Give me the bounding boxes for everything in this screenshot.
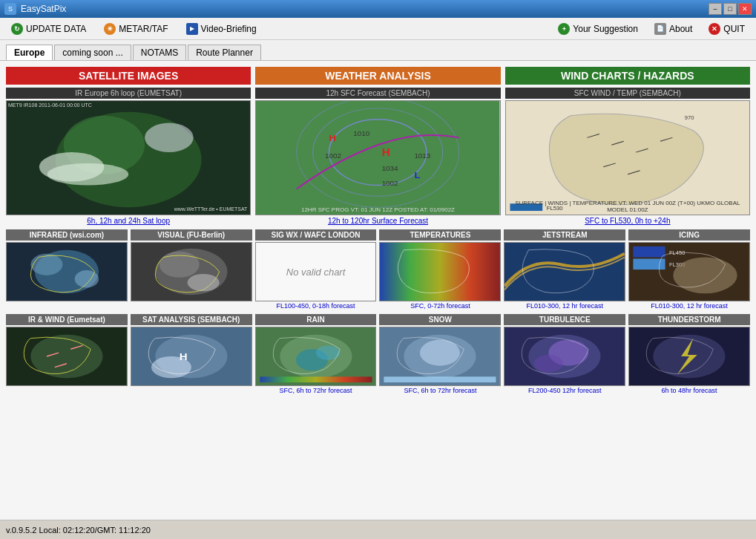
wind-caption[interactable]: SFC to FL530, 0h to +24h xyxy=(505,217,750,225)
top-row: SATELLITE IMAGES IR Europe 6h loop (EUME… xyxy=(6,67,750,225)
tab-europe[interactable]: Europe xyxy=(6,45,53,60)
satellite-detail: MET9 IR108 2011-06-01 00:00 UTC xyxy=(8,102,92,108)
temperatures-map[interactable] xyxy=(379,242,501,301)
metar-taf-button[interactable]: ☀ METAR/TAF xyxy=(99,21,173,37)
tab-coming-soon[interactable]: coming soon ... xyxy=(54,45,131,60)
titlebar-controls: – □ ✕ xyxy=(709,3,752,15)
wind-map-label: SFC WIND / TEMP (SEMBACH) xyxy=(505,88,750,99)
quit-icon: ✕ xyxy=(709,23,720,35)
no-valid-text: No valid chart xyxy=(286,267,345,278)
close-button[interactable]: ✕ xyxy=(738,3,752,15)
suggestion-label: Your Suggestion xyxy=(573,24,638,34)
about-icon: 📄 xyxy=(654,23,666,35)
wind-map[interactable]: 970 FL530 SURFACE | WINDS | TEMPERATURE … xyxy=(505,100,750,215)
visual-section: VISUAL (FU-Berlin) xyxy=(131,229,252,310)
title-bar: S EasySatPix – □ ✕ xyxy=(0,0,756,18)
menu-right: + Your Suggestion 📄 About ✕ QUIT xyxy=(553,21,750,37)
svg-point-30 xyxy=(30,254,62,275)
svg-rect-6 xyxy=(256,101,499,215)
visual-map[interactable] xyxy=(131,242,252,301)
icing-caption[interactable]: FL010-300, 12 hr forecast xyxy=(628,302,750,310)
svg-point-35 xyxy=(187,274,219,291)
tab-bar: Europe coming soon ... NOTAMS Route Plan… xyxy=(0,40,756,61)
jetstream-caption[interactable]: FL010-300, 12 hr forecast xyxy=(504,302,625,310)
quit-button[interactable]: ✕ QUIT xyxy=(703,21,750,37)
thunderstorm-header: THUNDERSTORM xyxy=(628,314,750,325)
svg-rect-39 xyxy=(634,246,665,258)
temperatures-caption[interactable]: SFC, 0-72h forecast xyxy=(379,302,501,310)
snow-map[interactable] xyxy=(379,327,501,386)
rain-map[interactable] xyxy=(255,327,377,386)
update-data-button[interactable]: ↻ UPDATE DATA xyxy=(6,21,91,37)
svg-text:1034: 1034 xyxy=(382,165,398,172)
jetstream-section: JETSTREAM FL010-300, 12 hr forecast xyxy=(504,229,625,310)
about-label: About xyxy=(669,24,692,34)
turbulence-caption[interactable]: FL200-450 12hr forecast xyxy=(504,387,625,394)
satana-header: SAT ANALYSIS (SEMBACH) xyxy=(131,314,252,325)
maximize-button[interactable]: □ xyxy=(723,3,737,15)
svg-text:H: H xyxy=(382,147,390,158)
svg-rect-57 xyxy=(260,376,372,382)
thunderstorm-map[interactable] xyxy=(628,327,750,386)
snow-caption[interactable]: SFC, 6h to 72hr forecast xyxy=(379,387,501,394)
svg-point-43 xyxy=(673,258,737,294)
satellite-section: SATELLITE IMAGES IR Europe 6h loop (EUME… xyxy=(6,67,251,225)
rain-caption[interactable]: SFC, 6h to 72hr forecast xyxy=(255,387,377,394)
irwind-map[interactable] xyxy=(6,327,128,386)
update-icon: ↻ xyxy=(11,23,23,35)
weather-section: WEATHER ANALYSIS 12h SFC Forecast (SEMBA… xyxy=(255,67,500,225)
menu-bar: ↻ UPDATE DATA ☀ METAR/TAF ▶ Video-Briefi… xyxy=(0,18,756,40)
icing-map[interactable]: FL450 FL300 xyxy=(628,242,750,301)
svg-text:1010: 1010 xyxy=(354,131,370,137)
video-label: Video-Briefing xyxy=(201,24,257,34)
status-bar: v.0.9.5.2 Local: 02:12:20/GMT: 11:12:20 xyxy=(0,520,756,539)
sigwx-map[interactable]: No valid chart xyxy=(255,242,377,301)
satellite-header: SATELLITE IMAGES xyxy=(6,67,251,85)
suggestion-button[interactable]: + Your Suggestion xyxy=(553,21,643,37)
video-briefing-button[interactable]: ▶ Video-Briefing xyxy=(181,21,262,37)
eumetsat-logo: www.WeTTTer.de • EUMETSAT xyxy=(174,206,248,212)
visual-header: VISUAL (FU-Berlin) xyxy=(131,229,252,241)
thunderstorm-caption[interactable]: 6h to 48hr forecast xyxy=(628,387,750,394)
titlebar-left: S EasySatPix xyxy=(4,3,66,15)
svg-text:970: 970 xyxy=(684,114,694,121)
app-title: EasySatPix xyxy=(21,4,66,14)
sigwx-section: SIG WX / WAFC LONDON No valid chart FL10… xyxy=(255,229,377,310)
middle-row: INFRARED (wsi.com) VISUAL (FU-Berlin) xyxy=(6,229,750,310)
weather-map[interactable]: H H 1010 1034 1013 1002 L 1002 12HR SFC … xyxy=(255,100,500,215)
tab-notams[interactable]: NOTAMS xyxy=(133,45,186,60)
svg-rect-61 xyxy=(384,376,496,382)
rain-header: RAIN xyxy=(255,314,377,325)
sigwx-caption[interactable]: FL100-450, 0-18h forecast xyxy=(255,302,377,310)
weather-overlay: 12HR SFC PROG VT: 01 JUN 12Z POSTED AT: … xyxy=(257,206,498,213)
turbulence-map[interactable] xyxy=(504,327,625,386)
icing-section: ICING FL450 FL300 FL010-300, 12 hr forec… xyxy=(628,229,750,310)
update-label: UPDATE DATA xyxy=(26,24,86,34)
minimize-button[interactable]: – xyxy=(709,3,722,15)
about-button[interactable]: 📄 About xyxy=(649,21,697,37)
satana-section: SAT ANALYSIS (SEMBACH) H xyxy=(131,314,252,394)
temperatures-section: TEMPERATURES SFC, xyxy=(379,229,501,310)
weather-caption[interactable]: 12h to 120hr Surface Forecast xyxy=(255,217,500,225)
svg-text:1002: 1002 xyxy=(325,152,341,159)
svg-text:H: H xyxy=(180,351,188,362)
wind-overlay: SURFACE | WINDS | TEMPERATURE VT: WED 01… xyxy=(507,200,748,213)
satellite-map-label: IR Europe 6h loop (EUMETSAT) xyxy=(6,88,251,99)
tab-route-planner[interactable]: Route Planner xyxy=(188,45,261,60)
wind-section: WIND CHARTS / HAZARDS SFC WIND / TEMP (S… xyxy=(505,67,750,225)
infrared-map[interactable] xyxy=(6,242,128,301)
svg-text:1002: 1002 xyxy=(382,180,398,186)
app-icon: S xyxy=(4,3,16,15)
rain-section: RAIN SFC, 6h to 72hr forecast xyxy=(255,314,377,394)
svg-text:L: L xyxy=(415,170,421,180)
satellite-map[interactable]: MET9 IR108 2011-06-01 00:00 UTC www.WeTT… xyxy=(6,100,251,215)
svg-point-65 xyxy=(534,355,563,372)
quit-label: QUIT xyxy=(723,24,745,34)
satellite-caption[interactable]: 6h, 12h and 24h Sat loop xyxy=(6,217,251,225)
jetstream-header: JETSTREAM xyxy=(504,229,625,241)
weather-header: WEATHER ANALYSIS xyxy=(255,67,500,85)
satana-map[interactable]: H xyxy=(131,327,252,386)
jetstream-map[interactable] xyxy=(504,242,625,301)
video-icon: ▶ xyxy=(186,23,198,35)
weather-map-label: 12h SFC Forecast (SEMBACH) xyxy=(255,88,500,99)
